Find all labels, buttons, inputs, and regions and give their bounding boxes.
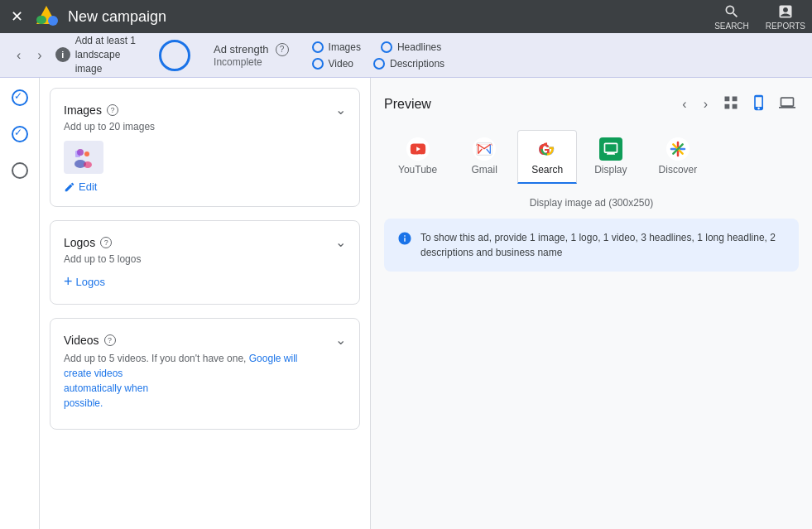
add-logos-label: Logos bbox=[76, 276, 105, 288]
svg-rect-8 bbox=[75, 151, 80, 157]
logos-section-header: Logos ? ⌄ bbox=[64, 234, 346, 250]
display-channel-label: Display bbox=[594, 164, 627, 176]
checkbox-descriptions: Descriptions bbox=[373, 58, 444, 70]
plus-icon: + bbox=[64, 273, 73, 291]
display-ad-label: Display image ad (300x250) bbox=[384, 197, 799, 209]
sidebar-step-2[interactable] bbox=[7, 121, 33, 147]
videos-auto-link[interactable]: Google willcreate videosautomatically wh… bbox=[64, 353, 297, 409]
radio-video[interactable] bbox=[312, 58, 324, 70]
svg-rect-3 bbox=[69, 142, 98, 172]
sidebar-step-1[interactable] bbox=[7, 84, 33, 111]
reports-action[interactable]: REPORTS bbox=[766, 3, 805, 31]
back-button[interactable]: ‹ bbox=[13, 45, 24, 66]
videos-help-icon[interactable]: ? bbox=[104, 334, 116, 346]
checkbox-video-label: Video bbox=[329, 58, 353, 70]
left-sidebar bbox=[0, 78, 40, 529]
gmail-label: Gmail bbox=[471, 164, 497, 176]
info-box: To show this ad, provide 1 image, 1 logo… bbox=[384, 219, 799, 272]
tab-discover[interactable]: Discover bbox=[645, 130, 712, 184]
landscape-text: Add at least 1landscapeimage bbox=[75, 34, 136, 75]
step-3-circle-icon bbox=[12, 162, 28, 179]
radio-headlines[interactable] bbox=[381, 41, 392, 53]
videos-section-header: Videos ? ⌄ bbox=[64, 332, 346, 348]
search-channel-icon: G G bbox=[536, 137, 559, 161]
tab-search[interactable]: G G Search bbox=[517, 130, 577, 184]
ad-strength-label: Ad strength bbox=[214, 43, 269, 55]
ad-strength-circle bbox=[159, 40, 190, 71]
checkbox-headlines: Headlines bbox=[381, 41, 441, 53]
logos-chevron-icon[interactable]: ⌄ bbox=[335, 234, 346, 250]
desktop-view-button[interactable] bbox=[776, 91, 799, 117]
display-icon bbox=[599, 137, 622, 161]
info-box-icon bbox=[397, 231, 412, 252]
main-layout: Images ? ⌄ Add up to 20 images bbox=[0, 78, 812, 529]
checkbox-descriptions-label: Descriptions bbox=[390, 58, 444, 70]
svg-point-1 bbox=[48, 16, 58, 26]
images-section-header: Images ? ⌄ bbox=[64, 102, 346, 118]
ad-strength-status: Incomplete bbox=[214, 56, 289, 68]
preview-next-button[interactable]: › bbox=[699, 94, 713, 115]
search-channel-label: Search bbox=[531, 164, 563, 176]
sidebar-step-3[interactable] bbox=[7, 157, 33, 184]
ad-strength-info: Ad strength ? Incomplete bbox=[214, 43, 289, 68]
tab-gmail[interactable]: Gmail bbox=[454, 130, 514, 184]
discover-icon bbox=[666, 137, 689, 161]
topbar-actions: SEARCH REPORTS bbox=[714, 3, 805, 31]
content-panel: Images ? ⌄ Add up to 20 images bbox=[40, 78, 371, 529]
edit-link[interactable]: Edit bbox=[64, 180, 346, 193]
youtube-icon bbox=[406, 137, 430, 161]
edit-label: Edit bbox=[79, 180, 97, 193]
discover-channel-label: Discover bbox=[659, 164, 698, 176]
preview-title: Preview bbox=[384, 97, 431, 112]
search-label: SEARCH bbox=[714, 22, 749, 31]
logos-section: Logos ? ⌄ Add up to 5 logos + Logos bbox=[50, 220, 360, 305]
checkbox-video: Video bbox=[312, 58, 353, 70]
ad-strength-help[interactable]: ? bbox=[276, 43, 289, 56]
videos-chevron-icon[interactable]: ⌄ bbox=[335, 332, 346, 348]
svg-point-5 bbox=[84, 151, 89, 156]
ad-checklist: Images Headlines Video Descriptions bbox=[312, 41, 445, 70]
logos-help-icon[interactable]: ? bbox=[100, 237, 112, 248]
landscape-info: i Add at least 1landscapeimage bbox=[55, 34, 136, 75]
forward-button[interactable]: › bbox=[34, 45, 45, 66]
checkbox-images: Images bbox=[312, 41, 361, 53]
info-icon[interactable]: i bbox=[55, 47, 70, 62]
images-chevron-icon[interactable]: ⌄ bbox=[335, 102, 346, 118]
tab-display[interactable]: Display bbox=[580, 130, 641, 184]
page-title: New campaign bbox=[68, 8, 714, 26]
channel-tabs: YouTube Gmail bbox=[384, 130, 799, 184]
videos-section: Videos ? ⌄ Add up to 5 videos. If you do… bbox=[50, 318, 360, 430]
preview-prev-button[interactable]: ‹ bbox=[677, 94, 691, 115]
reports-label: REPORTS bbox=[766, 22, 805, 31]
videos-subtitle: Add up to 5 videos. If you don't have on… bbox=[64, 351, 346, 411]
preview-nav: ‹ › bbox=[677, 91, 799, 117]
svg-rect-2 bbox=[36, 16, 46, 24]
radio-descriptions[interactable] bbox=[373, 58, 385, 70]
videos-section-title: Videos ? bbox=[64, 334, 116, 347]
subheader: ‹ › i Add at least 1landscapeimage Ad st… bbox=[0, 33, 812, 78]
google-ads-logo bbox=[35, 4, 58, 30]
logos-subtitle: Add up to 5 logos bbox=[64, 253, 346, 265]
gmail-icon bbox=[473, 137, 496, 161]
info-box-text: To show this ad, provide 1 image, 1 logo… bbox=[420, 230, 786, 260]
grid-view-button[interactable] bbox=[719, 91, 742, 117]
add-logos-link[interactable]: + Logos bbox=[64, 273, 346, 291]
preview-view-buttons bbox=[719, 91, 799, 117]
tab-youtube[interactable]: YouTube bbox=[384, 130, 451, 184]
svg-point-7 bbox=[84, 161, 92, 168]
image-thumbnail bbox=[64, 141, 103, 174]
close-button[interactable]: ✕ bbox=[7, 7, 26, 26]
mobile-view-button[interactable] bbox=[747, 91, 771, 117]
images-section-title: Images ? bbox=[64, 103, 118, 117]
checkbox-headlines-label: Headlines bbox=[397, 41, 441, 53]
search-action[interactable]: SEARCH bbox=[714, 3, 749, 31]
checkbox-images-label: Images bbox=[329, 41, 361, 53]
preview-header: Preview ‹ › bbox=[384, 91, 799, 117]
images-section: Images ? ⌄ Add up to 20 images bbox=[50, 88, 360, 207]
logos-section-title: Logos ? bbox=[64, 236, 112, 249]
preview-panel: Preview ‹ › bbox=[371, 78, 812, 529]
radio-images[interactable] bbox=[312, 41, 324, 53]
images-help-icon[interactable]: ? bbox=[107, 104, 118, 116]
step-1-check-icon bbox=[12, 89, 28, 106]
step-2-check-icon bbox=[12, 126, 28, 142]
